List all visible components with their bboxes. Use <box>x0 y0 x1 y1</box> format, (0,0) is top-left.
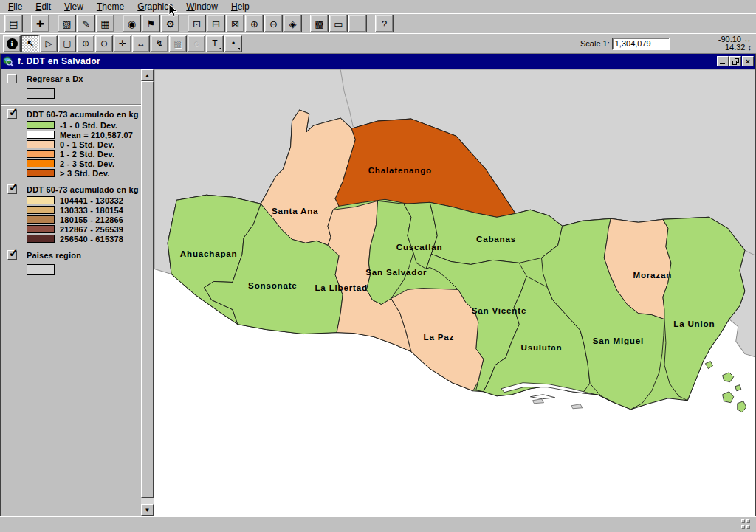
zoom-selected-button[interactable]: ⊠ <box>226 15 244 32</box>
theme-name[interactable]: Regresar a Dx <box>27 74 83 83</box>
blank-button[interactable] <box>348 15 367 32</box>
zoom-full-extent-button[interactable]: ⊡ <box>188 15 206 32</box>
hotlink-tool-button[interactable]: ↯ <box>151 35 168 52</box>
map-canvas[interactable]: AhuachapanSanta AnaSonsonateChalatenango… <box>154 69 755 516</box>
identify-icon: i <box>7 38 18 49</box>
department-label: San Vicente <box>472 306 526 315</box>
theme-checkbox[interactable]: ✓ <box>7 109 17 119</box>
legend-class-label: Mean = 210,587.07 <box>60 131 133 139</box>
legend-swatch <box>27 235 55 243</box>
department-label: Morazan <box>633 272 672 280</box>
arrow-up-icon: ▲ <box>145 72 151 79</box>
menu-help[interactable]: Help <box>224 1 256 13</box>
restore-button[interactable] <box>729 56 741 66</box>
zoom-active-theme-button[interactable]: ⊟ <box>207 15 225 32</box>
department-label: San Salvador <box>365 268 427 277</box>
zoom-previous-button[interactable]: ◈ <box>284 15 302 32</box>
hotlink-tool-icon: ↯ <box>156 39 163 48</box>
scroll-down-button[interactable]: ▼ <box>141 504 154 516</box>
menu-graphics[interactable]: Graphics <box>131 1 179 13</box>
draw-point-tool-button[interactable]: • <box>224 35 242 52</box>
menu-file[interactable]: File <box>1 1 29 13</box>
legend-theme-1[interactable]: ✓DDT 60-73 acumulado en kg <box>1 107 141 119</box>
latitude-value: 14.32 <box>725 43 746 52</box>
save-project-icon: ▤ <box>9 19 18 29</box>
legend-class-row: 130333 - 180154 <box>27 205 141 215</box>
add-theme-button[interactable]: ✚ <box>31 15 49 32</box>
vertex-edit-button[interactable]: ▷ <box>40 35 58 52</box>
department-label: Sonsonate <box>248 282 297 291</box>
pointer-button[interactable]: ↖ <box>21 35 39 52</box>
scale-input[interactable] <box>612 38 670 50</box>
view-window-icon <box>2 55 14 67</box>
department-label: Cuscatlan <box>396 243 443 252</box>
menu-edit[interactable]: Edit <box>29 1 58 13</box>
open-theme-table-button[interactable]: ▦ <box>96 15 114 32</box>
theme-name[interactable]: DDT 60-73 acumulado en kg <box>27 109 139 119</box>
scale-area: Scale 1: <box>580 38 670 50</box>
main-toolbar: ▤✚▧✎▦◉⚑⚙⊡⊟⊠⊕⊖◈▩▭? <box>0 13 756 33</box>
locate-address-button[interactable]: ⚑ <box>142 15 160 32</box>
close-button[interactable]: × <box>742 56 754 66</box>
legend-class-label: 1 - 2 Std. Dev. <box>60 150 114 159</box>
scroll-up-button[interactable]: ▲ <box>141 69 154 81</box>
find-icon: ◉ <box>128 19 136 29</box>
measure-tool-button[interactable]: ↔ <box>132 35 150 52</box>
menu-window[interactable]: Window <box>179 1 224 13</box>
clear-selection-button[interactable]: ▭ <box>329 15 348 32</box>
legend-swatch <box>27 121 55 129</box>
legend-swatch <box>27 264 55 275</box>
select-features-button[interactable]: ▩ <box>310 15 329 32</box>
text-tool-button[interactable]: T <box>206 35 224 52</box>
view-title-bar[interactable]: f. DDT en Salvador × <box>1 54 755 69</box>
query-builder-button[interactable]: ⚙ <box>161 15 179 32</box>
resize-grip[interactable] <box>741 519 752 530</box>
island <box>735 385 741 391</box>
arrow-down-icon: ▼ <box>145 507 151 514</box>
legend-class-label: 212867 - 256539 <box>60 225 123 234</box>
legend-theme-3[interactable]: ✓Paises region <box>1 248 141 260</box>
legend-class-row: 1 - 2 Std. Dev. <box>27 149 141 159</box>
help-button[interactable]: ? <box>375 15 394 32</box>
theme-checkbox[interactable]: ✓ <box>7 184 17 194</box>
minimize-button[interactable] <box>717 56 729 66</box>
measure-tool-icon: ↔ <box>137 39 145 48</box>
checkmark-icon: ✓ <box>9 181 18 194</box>
text-tool-icon: T <box>212 39 217 48</box>
zoom-in-tool-button[interactable]: ⊕ <box>77 35 94 52</box>
label-area-tool-button[interactable]: ◌ <box>188 35 205 52</box>
zoom-out-button[interactable]: ⊖ <box>264 15 283 32</box>
scrollbar-thumb[interactable] <box>141 81 154 498</box>
select-features-icon: ▩ <box>315 19 323 29</box>
theme-checkbox[interactable]: ✓ <box>7 250 17 260</box>
pan-tool-button[interactable]: ✛ <box>114 35 131 52</box>
close-icon: × <box>746 58 750 66</box>
legend-class-row: 212867 - 256539 <box>27 224 141 234</box>
legend-class-row: -1 - 0 Std. Dev. <box>27 120 141 130</box>
legend-class-row: 104441 - 130332 <box>27 196 141 205</box>
legend-theme-0[interactable]: Regresar a Dx <box>1 72 141 83</box>
theme-checkbox[interactable] <box>7 74 17 83</box>
legend-scrollbar[interactable]: ▲ ▼ <box>141 69 154 516</box>
select-feature-button[interactable]: ▢ <box>58 35 76 52</box>
theme-name[interactable]: Paises region <box>27 250 81 260</box>
select-area-tool-icon: ▩ <box>173 39 182 48</box>
scale-label: Scale 1: <box>580 39 610 48</box>
menu-theme[interactable]: Theme <box>90 1 131 13</box>
theme-name[interactable]: DDT 60-73 acumulado en kg <box>27 184 139 194</box>
zoom-out-tool-button[interactable]: ⊖ <box>95 35 113 52</box>
table-of-contents: Regresar a Dx✓DDT 60-73 acumulado en kg-… <box>1 69 141 516</box>
vertex-edit-icon: ▷ <box>45 39 52 48</box>
legend-class-row <box>27 261 141 276</box>
legend-class-label: 130333 - 180154 <box>60 206 123 215</box>
menu-view[interactable]: View <box>58 1 90 13</box>
theme-properties-button[interactable]: ▧ <box>58 15 76 32</box>
zoom-in-button[interactable]: ⊕ <box>245 15 264 32</box>
save-project-button[interactable]: ▤ <box>4 15 23 32</box>
department-label: San Miguel <box>593 336 644 345</box>
select-area-tool-button[interactable]: ▩ <box>169 35 187 52</box>
identify-button[interactable]: i <box>3 35 21 52</box>
edit-legend-button[interactable]: ✎ <box>77 15 95 32</box>
legend-theme-2[interactable]: ✓DDT 60-73 acumulado en kg <box>1 182 141 194</box>
find-button[interactable]: ◉ <box>123 15 141 32</box>
